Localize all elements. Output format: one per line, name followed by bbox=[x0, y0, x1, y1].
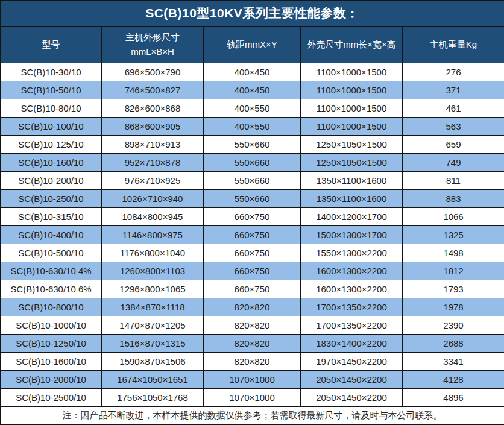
table-cell: 2050×1450×2200 bbox=[301, 371, 403, 389]
table-cell: 461 bbox=[403, 99, 504, 118]
table-cell: 868×600×905 bbox=[102, 118, 204, 136]
table-row: SC(B)10-1250/101516×870×1315820×8201830×… bbox=[1, 335, 504, 353]
table-row: SC(B)10-50/10746×500×827400×4501100×1000… bbox=[1, 81, 504, 99]
footnote: 注：因产品不断改进，本样本提供的数据仅供参考；若需取得最新尺寸，请及时与本公司联… bbox=[1, 407, 504, 425]
table-cell: 2688 bbox=[403, 335, 504, 353]
table-row: SC(B)10-630/10 6%1296×800×1065660×750160… bbox=[1, 280, 504, 298]
table-cell: 820×820 bbox=[204, 316, 301, 335]
table-cell: 660×750 bbox=[204, 226, 301, 244]
table-cell: SC(B)10-800/10 bbox=[1, 298, 102, 316]
table-cell: 550×660 bbox=[204, 190, 301, 208]
table-cell: 400×450 bbox=[204, 63, 301, 81]
table-row: SC(B)10-200/10976×710×925550×6601350×110… bbox=[1, 172, 504, 190]
table-cell: 1600×1300×2200 bbox=[301, 280, 403, 298]
page-title: SC(B)10型10KV系列主要性能参数： bbox=[1, 1, 504, 27]
table-cell: 2050×1450×2200 bbox=[301, 389, 403, 407]
table-cell: 1700×1350×2200 bbox=[301, 298, 403, 316]
table-cell: SC(B)10-100/10 bbox=[1, 118, 102, 136]
table-cell: 1350×1100×1600 bbox=[301, 172, 403, 190]
table-row: SC(B)10-100/10868×600×905400×5501100×100… bbox=[1, 118, 504, 136]
table-row: SC(B)10-400/101146×800×975660×7501500×13… bbox=[1, 226, 504, 244]
table-row: SC(B)10-800/101384×870×1118820×8201700×1… bbox=[1, 298, 504, 316]
table-row: SC(B)10-2000/101674×1050×16511070×100020… bbox=[1, 371, 504, 389]
table-cell: 1970×1450×2200 bbox=[301, 353, 403, 371]
table-cell: 550×660 bbox=[204, 136, 301, 154]
column-header-model: 型号 bbox=[1, 27, 102, 63]
table-cell: 1384×870×1118 bbox=[102, 298, 204, 316]
table-cell: 746×500×827 bbox=[102, 81, 204, 99]
table-cell: 1296×800×1065 bbox=[102, 280, 204, 298]
table-cell: 1756×1050×1768 bbox=[102, 389, 204, 407]
table-cell: 1793 bbox=[403, 280, 504, 298]
column-header-label: 轨距mmX×Y bbox=[227, 39, 277, 49]
table-cell: 820×820 bbox=[204, 298, 301, 316]
column-header-rail-gauge: 轨距mmX×Y bbox=[204, 27, 301, 63]
column-header-label: 外壳尺寸mm长×宽×高 bbox=[307, 39, 396, 49]
spec-table: SC(B)10型10KV系列主要性能参数： 型号 主机外形尺寸 mmL×B×H … bbox=[0, 0, 504, 425]
table-cell: 371 bbox=[403, 81, 504, 99]
table-cell: 660×750 bbox=[204, 244, 301, 262]
table-cell: SC(B)10-250/10 bbox=[1, 190, 102, 208]
table-cell: 659 bbox=[403, 136, 504, 154]
table-cell: SC(B)10-1250/10 bbox=[1, 335, 102, 353]
table-row: SC(B)10-250/101026×710×940550×6601350×11… bbox=[1, 190, 504, 208]
table-cell: 1325 bbox=[403, 226, 504, 244]
table-cell: SC(B)10-1000/10 bbox=[1, 316, 102, 335]
table-cell: 1500×1300×1700 bbox=[301, 226, 403, 244]
table-cell: 1066 bbox=[403, 208, 504, 226]
table-cell: SC(B)10-400/10 bbox=[1, 226, 102, 244]
table-cell: 400×550 bbox=[204, 118, 301, 136]
table-cell: 1100×1000×1500 bbox=[301, 99, 403, 118]
table-cell: 1146×800×975 bbox=[102, 226, 204, 244]
table-cell: 883 bbox=[403, 190, 504, 208]
table-cell: SC(B)10-500/10 bbox=[1, 244, 102, 262]
table-row: SC(B)10-630/10 4%1260×800×1103660×750160… bbox=[1, 262, 504, 280]
table-cell: 400×550 bbox=[204, 99, 301, 118]
table-cell: 1516×870×1315 bbox=[102, 335, 204, 353]
table-cell: 1400×1200×1700 bbox=[301, 208, 403, 226]
table-cell: 276 bbox=[403, 63, 504, 81]
table-cell: 1260×800×1103 bbox=[102, 262, 204, 280]
table-cell: 660×750 bbox=[204, 208, 301, 226]
table-cell: 1100×1000×1500 bbox=[301, 81, 403, 99]
table-cell: 749 bbox=[403, 154, 504, 172]
column-header-weight: 主机重量Kg bbox=[403, 27, 504, 63]
column-header-label: 主机重量Kg bbox=[430, 39, 477, 49]
table-cell: 660×750 bbox=[204, 280, 301, 298]
table-cell: SC(B)10-315/10 bbox=[1, 208, 102, 226]
table-cell: 811 bbox=[403, 172, 504, 190]
table-cell: 1176×800×1040 bbox=[102, 244, 204, 262]
table-cell: 1070×1000 bbox=[204, 371, 301, 389]
table-cell: SC(B)10-50/10 bbox=[1, 81, 102, 99]
table-cell: 820×820 bbox=[204, 353, 301, 371]
table-cell: 550×660 bbox=[204, 154, 301, 172]
table-cell: 550×660 bbox=[204, 172, 301, 190]
table-body: SC(B)10-30/10696×500×790400×4501100×1000… bbox=[1, 63, 504, 407]
table-cell: 4896 bbox=[403, 389, 504, 407]
table-cell: 1978 bbox=[403, 298, 504, 316]
table-cell: 898×710×913 bbox=[102, 136, 204, 154]
table-cell: 660×750 bbox=[204, 262, 301, 280]
table-row: SC(B)10-2500/101756×1050×17681070×100020… bbox=[1, 389, 504, 407]
note-row: 注：因产品不断改进，本样本提供的数据仅供参考；若需取得最新尺寸，请及时与本公司联… bbox=[1, 407, 504, 425]
table-cell: 1470×870×1205 bbox=[102, 316, 204, 335]
table-cell: 4128 bbox=[403, 371, 504, 389]
table-cell: SC(B)10-80/10 bbox=[1, 99, 102, 118]
table-cell: 1100×1000×1500 bbox=[301, 118, 403, 136]
column-header-label: 主机外形尺寸 bbox=[103, 30, 202, 45]
column-header-label: 型号 bbox=[42, 39, 60, 49]
column-header-main-dimensions: 主机外形尺寸 mmL×B×H bbox=[102, 27, 204, 63]
table-row: SC(B)10-1000/101470×870×1205820×8201700×… bbox=[1, 316, 504, 335]
table-cell: 1550×1300×2200 bbox=[301, 244, 403, 262]
table-row: SC(B)10-315/101084×800×945660×7501400×12… bbox=[1, 208, 504, 226]
table-cell: 976×710×925 bbox=[102, 172, 204, 190]
table-cell: 563 bbox=[403, 118, 504, 136]
table-cell: SC(B)10-160/10 bbox=[1, 154, 102, 172]
table-cell: 1590×870×1506 bbox=[102, 353, 204, 371]
table-cell: SC(B)10-2000/10 bbox=[1, 371, 102, 389]
table-cell: SC(B)10-125/10 bbox=[1, 136, 102, 154]
table-cell: SC(B)10-200/10 bbox=[1, 172, 102, 190]
table-cell: 1250×1050×1500 bbox=[301, 136, 403, 154]
table-cell: SC(B)10-2500/10 bbox=[1, 389, 102, 407]
table-cell: 1084×800×945 bbox=[102, 208, 204, 226]
